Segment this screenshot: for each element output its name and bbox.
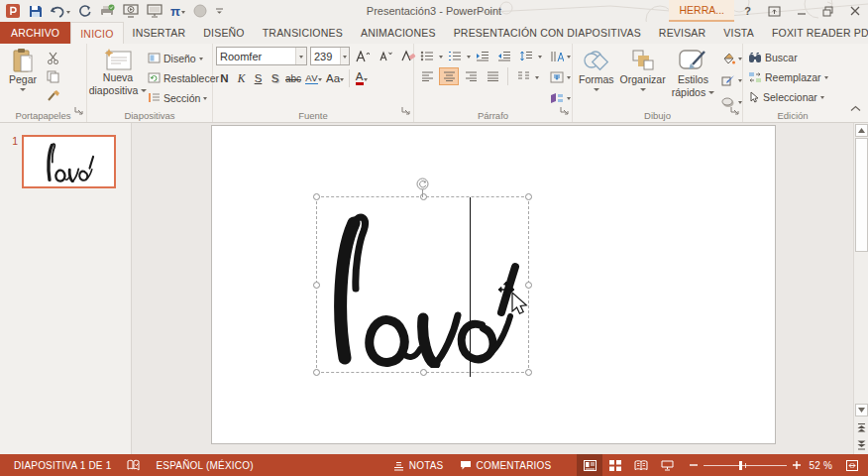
slide-editing-area[interactable] xyxy=(132,123,853,454)
format-painter-button[interactable] xyxy=(43,86,62,104)
decrease-font-size-button[interactable] xyxy=(376,48,395,65)
resize-handle-bottom-left[interactable] xyxy=(313,369,320,376)
shape-fill-button[interactable] xyxy=(719,49,744,67)
parrafo-dialog-launcher[interactable] xyxy=(560,101,569,119)
slideshow-from-beginning-button[interactable] xyxy=(123,4,139,18)
strikethrough-button[interactable]: abc xyxy=(283,68,303,88)
replace-button[interactable]: Reemplazar xyxy=(746,67,830,86)
font-name-dropdown-icon[interactable] xyxy=(295,48,306,64)
reading-view-button[interactable] xyxy=(628,454,654,476)
slide-sorter-view-button[interactable] xyxy=(602,454,628,476)
resize-handle-top-left[interactable] xyxy=(313,193,320,200)
columns-button[interactable] xyxy=(513,67,533,85)
quick-print-button[interactable] xyxy=(99,4,115,18)
undo-button[interactable] xyxy=(51,0,70,22)
resize-handle-bottom-right[interactable] xyxy=(525,369,532,376)
numbering-dropdown-icon[interactable] xyxy=(467,56,471,60)
shape-outline-button[interactable] xyxy=(719,70,744,89)
font-size-input[interactable] xyxy=(311,51,340,62)
columns-dropdown-icon[interactable] xyxy=(535,76,539,81)
zoom-slider-handle[interactable] xyxy=(739,461,742,470)
font-name-input[interactable] xyxy=(217,51,295,62)
slideshow-view-button[interactable] xyxy=(654,454,680,476)
shapes-dropdown-icon[interactable] xyxy=(594,88,599,94)
shape-fill-dropdown-icon[interactable] xyxy=(738,58,742,62)
equation-dropdown-icon[interactable] xyxy=(181,11,185,16)
justify-button[interactable] xyxy=(483,67,502,85)
font-size-combobox[interactable] xyxy=(310,47,350,65)
quick-styles-button[interactable]: Estilos rápidos xyxy=(669,47,717,99)
italic-button[interactable]: K xyxy=(233,68,250,88)
bullets-dropdown-icon[interactable] xyxy=(439,56,443,60)
text-direction-dropdown-icon[interactable] xyxy=(567,56,571,60)
scroll-down-button[interactable] xyxy=(855,404,868,416)
slide-canvas[interactable] xyxy=(211,125,776,444)
increase-font-size-button[interactable] xyxy=(353,48,373,65)
align-text-button[interactable] xyxy=(548,67,573,86)
tab-diseno[interactable]: DISEÑO xyxy=(194,22,253,44)
language-indicator[interactable]: ESPAÑOL (MÉXICO) xyxy=(148,454,261,476)
replace-dropdown-icon[interactable] xyxy=(824,76,828,81)
numbering-button[interactable] xyxy=(445,47,465,64)
zoom-out-button[interactable] xyxy=(690,460,698,471)
undo-dropdown-icon[interactable] xyxy=(66,11,70,16)
line-spacing-dropdown-icon[interactable] xyxy=(538,56,542,60)
paste-dropdown-icon[interactable] xyxy=(20,88,26,94)
tab-insertar[interactable]: INSERTAR xyxy=(124,22,195,44)
arrange-button[interactable]: Organizar xyxy=(617,47,669,93)
scroll-up-button[interactable] xyxy=(855,124,868,137)
fit-slide-to-window-button[interactable] xyxy=(840,454,864,476)
notes-button[interactable]: NOTAS xyxy=(385,454,452,476)
bold-button[interactable]: N xyxy=(216,68,233,88)
tab-inicio[interactable]: INICIO xyxy=(70,22,123,44)
align-text-dropdown-icon[interactable] xyxy=(567,76,571,81)
minimize-button[interactable] xyxy=(788,0,814,22)
align-left-button[interactable] xyxy=(417,67,437,85)
previous-slide-button[interactable] xyxy=(855,420,868,434)
change-case-button[interactable]: Aa xyxy=(324,68,346,88)
section-button[interactable]: Sección xyxy=(146,88,221,107)
resize-handle-top-right[interactable] xyxy=(525,193,532,200)
restore-button[interactable] xyxy=(814,0,841,22)
tab-vista[interactable]: VISTA xyxy=(714,22,763,44)
quick-styles-dropdown-icon[interactable] xyxy=(708,91,714,97)
ribbon-display-options-button[interactable] xyxy=(761,0,788,22)
normal-view-button[interactable] xyxy=(577,454,602,476)
rotation-handle[interactable] xyxy=(416,177,429,194)
save-button[interactable] xyxy=(29,4,43,18)
tab-animaciones[interactable]: ANIMACIONES xyxy=(352,22,445,44)
character-spacing-button[interactable]: AV xyxy=(303,68,324,88)
slideshow-button[interactable] xyxy=(147,4,163,18)
reset-slide-button[interactable]: Restablecer xyxy=(146,68,221,87)
tab-presentacion-con-diapositivas[interactable]: PRESENTACIÓN CON DIAPOSITIVAS xyxy=(445,22,650,44)
cut-button[interactable] xyxy=(43,49,62,66)
font-color-dropdown-icon[interactable] xyxy=(364,78,368,83)
paste-button[interactable]: Pegar xyxy=(3,47,43,93)
tab-transiciones[interactable]: TRANSICIONES xyxy=(254,22,352,44)
resize-handle-bottom-center[interactable] xyxy=(420,369,427,376)
collapse-ribbon-button[interactable] xyxy=(850,98,861,116)
slide-indicator[interactable]: DIAPOSITIVA 1 DE 1 xyxy=(0,454,119,476)
zoom-slider[interactable] xyxy=(704,465,787,466)
equation-button[interactable]: π xyxy=(170,0,185,22)
font-size-dropdown-icon[interactable] xyxy=(340,48,349,64)
contextual-tab-header[interactable]: HERRA... xyxy=(669,0,734,22)
scrollbar-thumb[interactable] xyxy=(855,138,868,252)
font-color-button[interactable]: A xyxy=(353,68,370,88)
tab-foxit-reader-pdf[interactable]: FOXIT READER PDF xyxy=(763,22,868,44)
arrange-dropdown-icon[interactable] xyxy=(640,88,646,94)
shapes-button[interactable]: Formas xyxy=(576,47,617,93)
shape-outline-dropdown-icon[interactable] xyxy=(738,79,742,84)
shape-circle-icon[interactable] xyxy=(193,4,207,18)
text-shadow-button[interactable]: S xyxy=(267,68,283,88)
align-right-button[interactable] xyxy=(461,67,481,85)
decrease-indent-button[interactable] xyxy=(473,47,492,64)
align-center-button[interactable] xyxy=(439,67,459,85)
find-button[interactable]: Buscar xyxy=(746,48,800,66)
bullets-button[interactable] xyxy=(417,47,437,64)
help-button[interactable]: ? xyxy=(734,0,761,22)
section-dropdown-icon[interactable] xyxy=(203,97,207,102)
line-spacing-button[interactable] xyxy=(516,47,536,64)
new-slide-dropdown-icon[interactable] xyxy=(141,89,147,95)
qat-customize-button[interactable] xyxy=(215,0,224,22)
